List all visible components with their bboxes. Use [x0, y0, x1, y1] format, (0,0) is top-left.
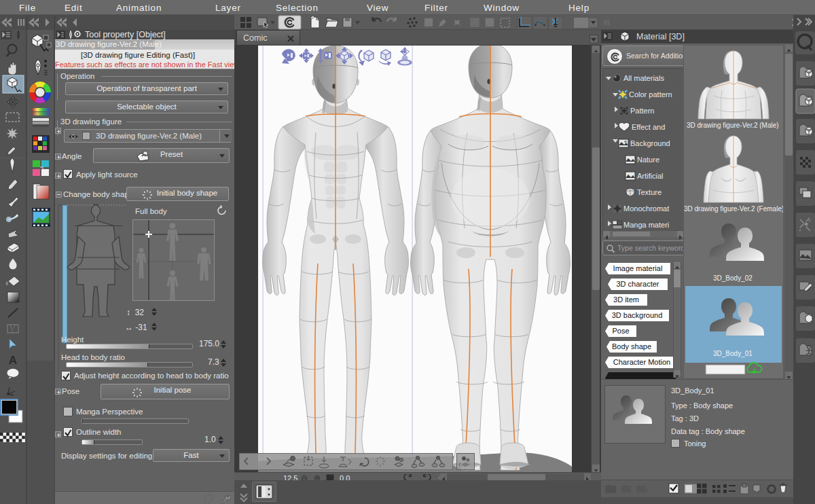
svg-text:3D drawing figure-Ver.2 (Male): 3D drawing figure-Ver.2 (Male) [687, 122, 779, 129]
svg-text:A: A [9, 354, 17, 367]
svg-text:3D_Body_01: 3D_Body_01 [713, 350, 753, 357]
svg-text:Background: Background [630, 139, 670, 147]
svg-text:3D drawing figure-Ver.2 (Femal: 3D drawing figure-Ver.2 (Female) [684, 205, 783, 213]
svg-text:Artificial: Artificial [637, 172, 664, 180]
svg-text:All materials: All materials [623, 74, 664, 82]
svg-text:Effect and: Effect and [632, 123, 665, 131]
svg-text:Nature: Nature [637, 156, 659, 164]
svg-text:3D_Body_02: 3D_Body_02 [713, 274, 753, 282]
svg-text:Texture: Texture [637, 188, 662, 196]
svg-text:Color pattern: Color pattern [629, 90, 672, 98]
svg-text:Monochromat: Monochromat [623, 204, 669, 213]
svg-text:Manga materi: Manga materi [623, 221, 669, 229]
svg-text:Pattern: Pattern [630, 107, 654, 115]
